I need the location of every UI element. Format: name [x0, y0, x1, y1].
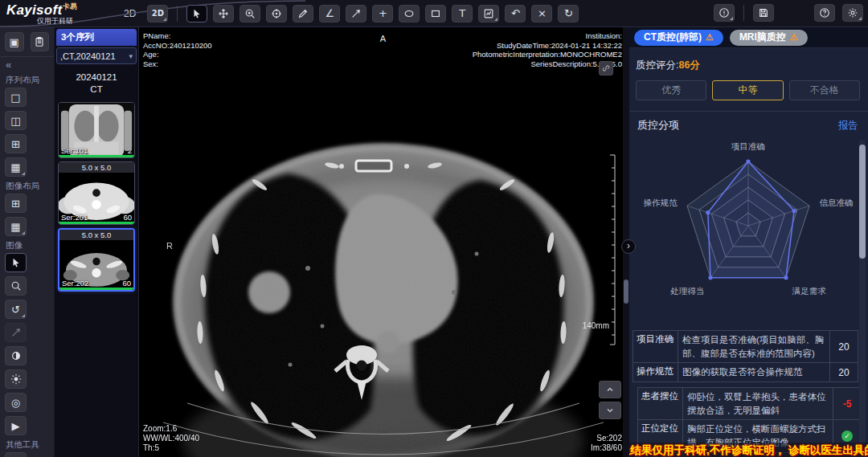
corner-flyout-mark: [163, 18, 166, 21]
thumbnail-image-count: 60: [123, 213, 132, 222]
panel-series-icon: ▣: [10, 37, 19, 47]
series-layout-grid-icon: ▦: [10, 162, 20, 173]
thumbnail-series-desc: 5.0 x 5.0: [59, 162, 134, 173]
sidebar-top-icons: ▣: [0, 31, 54, 57]
tool-save[interactable]: [753, 4, 774, 22]
sidebar-tool-grid: ⊞▦: [0, 194, 54, 236]
link-series-button[interactable]: [599, 61, 613, 75]
scale-label: 140mm: [583, 321, 609, 330]
ellipse-icon: [403, 8, 415, 19]
image-brightness[interactable]: [5, 369, 27, 389]
thumbnail-series-number: Ser:202: [62, 279, 88, 288]
viewer-scrollbar-thumb[interactable]: [624, 280, 628, 304]
image-layout-grid[interactable]: ▦: [5, 217, 27, 236]
tool-2d[interactable]: 2D: [147, 5, 168, 22]
tool-help[interactable]: [814, 4, 835, 22]
qc-item-desc: 图像的获取是否符合操作规范: [678, 363, 830, 382]
series-layout-1x2[interactable]: ◫: [5, 111, 27, 130]
image-params-overlay: Zoom:1.6WW/WL:400/40Th:5: [143, 424, 199, 453]
image-target[interactable]: ◎: [5, 393, 27, 412]
qc-item-score: 20: [830, 363, 858, 382]
sidebar-section-title: 图像布局: [6, 181, 54, 192]
tool-2d-icon: 2D: [152, 10, 164, 18]
series-layout-2x2[interactable]: ⊞: [5, 134, 27, 153]
image-flag[interactable]: [5, 323, 27, 342]
image-viewport[interactable]: PName:AccNO:2401210200Age:Sex: Institusi…: [139, 27, 627, 457]
thumbnail-Ser:201[interactable]: 5.0 x 5.0Ser:20160: [58, 161, 135, 225]
image-layout-2x2[interactable]: ⊞: [5, 194, 27, 213]
panel-expander-button[interactable]: ›: [621, 239, 636, 254]
qc-item-desc: 检查项目是否准确(项目如脑部、胸部、腹部是否在标准的范围内容): [678, 331, 830, 362]
tool-info[interactable]: [714, 4, 735, 22]
image-invert[interactable]: [5, 346, 27, 365]
sidebar-tool-grid: ↺◎▶: [0, 253, 54, 435]
tool-settings[interactable]: [842, 4, 863, 22]
qc-item-name: 项目准确: [633, 331, 678, 362]
thumbnail-Ser:202[interactable]: 5.0 x 5.0Ser:20260: [58, 228, 135, 292]
qc-tab-CT质控(肺部)[interactable]: CT质控(肺部)⚠: [634, 30, 723, 46]
series-count-header: 3个序列: [56, 29, 137, 46]
report-link[interactable]: 报告: [838, 119, 858, 133]
overlay-line: PhotometricInterpretation:MONOCHROME2: [473, 50, 622, 59]
other-add[interactable]: +: [5, 452, 27, 457]
grade-button-中等[interactable]: 中等: [712, 80, 783, 100]
series-layout-1x1[interactable]: □: [5, 88, 27, 107]
overlay-line: WW/WL:400/40: [143, 434, 199, 443]
grade-button-优秀[interactable]: 优秀: [636, 80, 706, 100]
overlay-line: StudyDateTime:2024-01-21 14:32:22: [473, 41, 622, 51]
chevron-down-icon: ▾: [129, 52, 133, 60]
tool-pencil[interactable]: [293, 5, 313, 22]
tool-rect[interactable]: [425, 5, 446, 22]
zoom-icon: [244, 8, 256, 19]
tool-delete-icon: ×: [538, 8, 547, 18]
qc-score-label: 质控评分:: [636, 59, 678, 71]
thumbnail-progress-bar: [59, 155, 134, 157]
tool-undo[interactable]: ↶: [505, 5, 526, 22]
left-sidebar: ▣«序列布局□◫⊞▦图像布局⊞▦图像↺◎▶其他工具+×↻定位线✓定位线同步图像I…: [0, 27, 55, 457]
image-magnify[interactable]: [5, 276, 27, 296]
scroll-up-button[interactable]: [599, 381, 621, 398]
tool-text[interactable]: T: [452, 5, 473, 22]
thumbnail-footer: Ser:20260: [59, 279, 133, 288]
series-layout-1x2-icon: ◫: [10, 116, 20, 126]
image-cine-play[interactable]: ▶: [5, 416, 27, 435]
brand-subtitle: 仅用于科研: [37, 16, 73, 27]
image-rotate[interactable]: ↺: [5, 300, 27, 319]
tool-cursor[interactable]: [186, 5, 207, 22]
image-cursor[interactable]: [5, 253, 27, 272]
study-dropdown[interactable]: ,CT,20240121 ▾: [56, 47, 137, 64]
collapse-sidebar-button[interactable]: «: [0, 57, 54, 71]
tool-delete[interactable]: ×: [531, 5, 552, 22]
qc-radar-chart: 项目准确信息准确满足需求处理得当操作规范: [628, 134, 868, 324]
qc-tab-MRI脑质控[interactable]: MRI脑质控⚠: [730, 30, 808, 46]
series-layout-2x2-icon: ⊞: [11, 139, 20, 149]
app-window: Kayisoft卡易 仅用于科研 2D 2D∠+T↶×↻ ▣«序列布局□◫⊞▦图…: [0, 0, 868, 457]
tool-reset[interactable]: ↻: [558, 5, 579, 22]
qc-panel: CT质控(肺部)⚠MRI脑质控⚠ 质控评分:86分 优秀中等不合格 质控分项 报…: [627, 27, 868, 457]
toolbar-right-group: [714, 4, 774, 22]
tool-crosshair[interactable]: +: [372, 5, 393, 22]
tool-target[interactable]: [266, 5, 287, 22]
panel-series[interactable]: ▣: [5, 32, 24, 51]
qc-table-row: 项目准确检查项目是否准确(项目如脑部、胸部、腹部是否在标准的范围内容)20: [633, 331, 858, 362]
warning-icon: ⚠: [790, 32, 798, 43]
tool-pan[interactable]: [213, 5, 234, 22]
panel-report[interactable]: [31, 32, 50, 51]
grade-button-不合格[interactable]: 不合格: [789, 80, 860, 100]
tool-window-level[interactable]: [478, 5, 499, 22]
thumbnail-Ser:101[interactable]: Ser:1012: [58, 102, 135, 158]
series-position-overlay: Se:202Im:38/60: [591, 434, 622, 453]
clipboard-icon: [34, 36, 45, 47]
panel-scrollbar-thumb[interactable]: [859, 145, 866, 259]
svg-text:信息准确: 信息准确: [819, 198, 853, 207]
qc-item-name: 操作规范: [633, 363, 678, 382]
tool-angle[interactable]: ∠: [319, 5, 340, 22]
tool-cobb-angle[interactable]: [346, 5, 366, 22]
scroll-down-button[interactable]: [599, 402, 621, 419]
thumbnail-progress-bar: [59, 288, 133, 290]
series-layout-grid[interactable]: ▦: [5, 157, 27, 177]
study-dropdown-value: ,CT,20240121: [60, 51, 129, 61]
sidebar-section-title: 其他工具: [6, 439, 54, 451]
tool-zoom-in[interactable]: [240, 5, 260, 22]
tool-ellipse[interactable]: [399, 5, 420, 22]
